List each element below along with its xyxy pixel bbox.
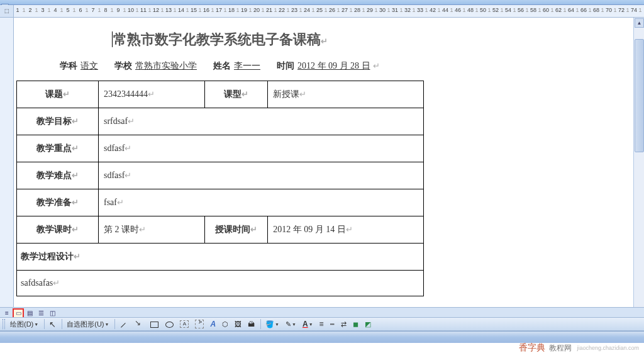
rectangle-tool[interactable] bbox=[147, 318, 161, 330]
cell-difficulty-value[interactable]: sdfasf↵ bbox=[99, 162, 424, 189]
subject-value: 语文 bbox=[80, 61, 98, 70]
document-area[interactable]: 常熟市数字化教学系统电子备课稿↵ 学科 语文 学校 常熟市实验小学 姓名 李一一… bbox=[14, 18, 644, 320]
ruler-horizontal[interactable]: 1121314151617181911011111211311411511611… bbox=[14, 5, 644, 17]
cell-period-label[interactable]: 教学课时↵ bbox=[17, 216, 99, 244]
textbox-icon: A bbox=[180, 320, 189, 328]
cell-prep-value[interactable]: fsaf↵ bbox=[99, 189, 424, 216]
paragraph-mark: ↵ bbox=[321, 36, 328, 46]
cell-teachtime-value[interactable]: 2012 年 09 月 14 日↵ bbox=[268, 216, 424, 244]
cell-period-value[interactable]: 第 2 课时↵ bbox=[99, 216, 205, 244]
cell-teachtime-label[interactable]: 授课时间↵ bbox=[205, 216, 268, 244]
picture-icon: 🏔 bbox=[248, 320, 255, 328]
cell-topic-value[interactable]: 2342344444↵ bbox=[99, 81, 205, 108]
toolbar-grip[interactable] bbox=[3, 319, 5, 329]
diagram-tool[interactable]: ⬡ bbox=[219, 318, 231, 330]
wordart-icon: A bbox=[210, 320, 216, 328]
textbox-tool[interactable]: A bbox=[177, 318, 191, 330]
vertical-textbox-tool[interactable]: A bbox=[192, 318, 206, 330]
dropdown-icon: ▼ bbox=[275, 322, 279, 327]
table-row: 教学准备↵ fsaf↵ bbox=[17, 189, 424, 216]
line-style-icon: ≡ bbox=[319, 320, 324, 328]
font-color-button[interactable]: A▼ bbox=[300, 318, 316, 330]
text-cursor bbox=[112, 31, 113, 47]
oval-icon bbox=[165, 320, 174, 328]
arrow-style-button[interactable]: ⇄ bbox=[338, 318, 349, 330]
table-row: safdsafas↵ bbox=[17, 271, 424, 296]
cell-type-value[interactable]: 新授课↵ bbox=[268, 81, 424, 108]
diagram-icon: ⬡ bbox=[222, 320, 228, 328]
subject-label: 学科 bbox=[60, 61, 77, 70]
cell-type-label[interactable]: 课型↵ bbox=[205, 81, 268, 108]
line-icon bbox=[119, 320, 128, 328]
ruler-corner[interactable]: ⬚ bbox=[0, 5, 14, 17]
shadow-icon: ◼ bbox=[353, 320, 358, 328]
arrow-icon bbox=[135, 320, 143, 328]
cell-goal-value[interactable]: srfdsaf↵ bbox=[99, 108, 424, 135]
toolbar-separator bbox=[44, 319, 45, 329]
scroll-up-button[interactable]: ▲ bbox=[635, 18, 644, 28]
clipart-tool[interactable]: 🖼 bbox=[232, 318, 244, 330]
toolbar-separator bbox=[260, 319, 261, 329]
ruler-vertical[interactable] bbox=[0, 18, 14, 320]
dropdown-icon: ▼ bbox=[105, 322, 109, 327]
table-row: 教学重点↵ sdfasf↵ bbox=[17, 135, 424, 162]
form-table[interactable]: 课题↵ 2342344444↵ 课型↵ 新授课↵ 教学目标↵ srfdsaf↵ … bbox=[16, 81, 424, 296]
cell-focus-label[interactable]: 教学重点↵ bbox=[17, 135, 99, 162]
page-content: 常熟市数字化教学系统电子备课稿↵ 学科 语文 学校 常熟市实验小学 姓名 李一一… bbox=[14, 18, 425, 296]
line-color-button[interactable]: ✎▼ bbox=[283, 318, 299, 330]
line-tool[interactable] bbox=[117, 318, 131, 330]
arrow-tool[interactable] bbox=[132, 318, 146, 330]
dropdown-icon: ▼ bbox=[292, 322, 296, 327]
title-text: 常熟市数字化教学系统电子备课稿 bbox=[113, 31, 321, 47]
cell-process-content[interactable]: safdsafas↵ bbox=[17, 271, 424, 296]
cell-prep-label[interactable]: 教学准备↵ bbox=[17, 189, 99, 216]
autoshapes-menu[interactable]: 自选图形(U)▼ bbox=[64, 318, 111, 330]
clipart-icon: 🖼 bbox=[235, 320, 242, 328]
dropdown-icon: ▼ bbox=[309, 322, 313, 327]
status-gradient-strip bbox=[0, 331, 644, 343]
autoshapes-label: 自选图形(U) bbox=[67, 320, 104, 329]
vertical-textbox-icon: A bbox=[195, 320, 204, 328]
wordart-tool[interactable]: A bbox=[208, 318, 218, 330]
table-row: 教学难点↵ sdfasf↵ bbox=[17, 162, 424, 189]
dash-icon: ┅ bbox=[330, 320, 335, 328]
dash-style-button[interactable]: ┅ bbox=[328, 318, 337, 330]
drawing-toolbar: 绘图(D)▼ ↖ 自选图形(U)▼ A A A ⬡ 🖼 🏔 🪣▼ ✎▼ A▼ ≡… bbox=[0, 317, 644, 331]
toolbar-separator bbox=[114, 319, 115, 329]
cell-goal-label[interactable]: 教学目标↵ bbox=[17, 108, 99, 135]
scrollbar-vertical[interactable]: ▲ bbox=[633, 18, 644, 320]
cell-focus-value[interactable]: sdfasf↵ bbox=[99, 135, 424, 162]
name-label: 姓名 bbox=[213, 61, 231, 70]
footer-watermark: 香字典 教程网 jiaocheng.chazidian.com bbox=[0, 343, 644, 353]
oval-tool[interactable] bbox=[162, 318, 176, 330]
pen-icon: ✎ bbox=[286, 320, 291, 328]
3d-style-button[interactable]: ◩ bbox=[362, 318, 374, 330]
info-line[interactable]: 学科 语文 学校 常熟市实验小学 姓名 李一一 时间 2012 年 09 月 2… bbox=[16, 60, 423, 72]
cell-process-label[interactable]: 教学过程设计↵ bbox=[17, 244, 424, 271]
paragraph-mark: ↵ bbox=[373, 61, 380, 70]
arrow-style-icon: ⇄ bbox=[341, 320, 347, 328]
window-top-bar bbox=[0, 0, 644, 5]
scroll-thumb[interactable] bbox=[635, 39, 644, 152]
time-value: 2012 年 09 月 28 日 bbox=[297, 61, 370, 70]
draw-menu[interactable]: 绘图(D)▼ bbox=[8, 318, 41, 330]
brand-name: 香字典 bbox=[519, 342, 545, 353]
table-row: 教学目标↵ srfdsaf↵ bbox=[17, 108, 424, 135]
select-objects-button[interactable]: ↖ bbox=[47, 318, 58, 330]
brand-subtitle: 教程网 bbox=[549, 343, 572, 354]
cube-icon: ◩ bbox=[365, 320, 371, 328]
document-title[interactable]: 常熟市数字化教学系统电子备课稿↵ bbox=[16, 30, 423, 49]
cell-difficulty-label[interactable]: 教学难点↵ bbox=[17, 162, 99, 189]
rectangle-icon bbox=[150, 320, 158, 328]
main-area: 常熟市数字化教学系统电子备课稿↵ 学科 语文 学校 常熟市实验小学 姓名 李一一… bbox=[0, 18, 644, 320]
name-value: 李一一 bbox=[234, 61, 260, 70]
picture-tool[interactable]: 🏔 bbox=[245, 318, 257, 330]
cell-topic-label[interactable]: 课题↵ bbox=[17, 81, 99, 108]
school-label: 学校 bbox=[114, 61, 132, 70]
table-row: 课题↵ 2342344444↵ 课型↵ 新授课↵ bbox=[17, 81, 424, 108]
toolbar-separator bbox=[62, 319, 62, 329]
line-style-button[interactable]: ≡ bbox=[317, 318, 326, 330]
fill-color-button[interactable]: 🪣▼ bbox=[263, 318, 282, 330]
font-color-icon: A bbox=[303, 320, 308, 328]
shadow-style-button[interactable]: ◼ bbox=[350, 318, 361, 330]
